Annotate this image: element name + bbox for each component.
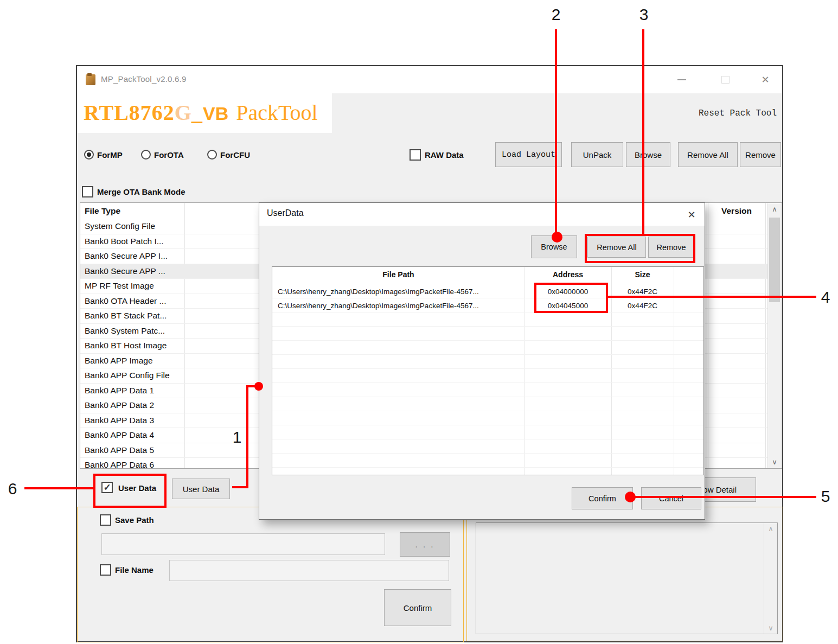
- browse-button[interactable]: Browse: [626, 142, 670, 167]
- file-path-cell: C:\Users\henry_zhang\Desktop\Images\ImgP…: [278, 298, 521, 313]
- product-logo: RTL8762G_VBPackTool: [84, 100, 318, 125]
- callout-1-line: [246, 385, 248, 488]
- radio-forcfu-label: ForCFU: [220, 150, 250, 160]
- file-name-label: File Name: [115, 565, 153, 575]
- scroll-down-icon[interactable]: ∨: [768, 458, 781, 466]
- callout-4-line: [608, 296, 816, 298]
- file-path-cell: C:\Users\henry_zhang\Desktop\Images\ImgP…: [278, 284, 521, 298]
- file-name-checkbox[interactable]: [100, 564, 111, 576]
- user-data-button[interactable]: User Data: [172, 479, 230, 499]
- remove-button[interactable]: Remove: [740, 142, 781, 167]
- dialog-header-address: Address: [524, 270, 611, 279]
- save-path-label: Save Path: [115, 515, 154, 525]
- merge-ota-checkbox[interactable]: [82, 186, 93, 197]
- minimize-button[interactable]: [673, 72, 691, 88]
- dialog-close-button[interactable]: ✕: [682, 207, 701, 222]
- callout-2-dot: [552, 232, 562, 243]
- scroll-up-icon[interactable]: ∧: [764, 525, 777, 533]
- close-icon: ✕: [761, 75, 769, 85]
- app-icon: [86, 74, 95, 85]
- save-path-input[interactable]: [101, 533, 385, 555]
- page: MP_PackTool_v2.0.6.9 ✕ RTL8762G_VBPackTo…: [0, 0, 838, 644]
- callout-2-line: [555, 29, 557, 237]
- size-cell: 0x44F2C: [611, 298, 674, 313]
- logo-band: RTL8762G_VBPackTool: [77, 92, 332, 133]
- callout-1-label: 1: [228, 428, 246, 447]
- radio-forcfu[interactable]: [207, 150, 217, 160]
- file-type-header: File Type: [85, 206, 120, 216]
- merge-ota-label: Merge OTA Bank Mode: [97, 187, 185, 196]
- callout-1-dot: [254, 382, 263, 391]
- callout-4-label: 4: [816, 288, 835, 307]
- radio-formp[interactable]: [84, 150, 94, 160]
- callout-5-line: [629, 496, 816, 498]
- callout-3-label: 3: [635, 5, 653, 24]
- maximize-icon: [721, 76, 730, 84]
- remove-all-button[interactable]: Remove All: [678, 142, 738, 167]
- unpack-button[interactable]: UnPack: [571, 142, 623, 167]
- detail-textarea[interactable]: ∧ ∨: [476, 522, 778, 634]
- callout-5-label: 5: [816, 487, 835, 506]
- maximize-button[interactable]: [716, 72, 734, 88]
- scroll-down-icon[interactable]: ∨: [764, 624, 777, 632]
- raw-data-checkbox[interactable]: [410, 149, 421, 161]
- save-path-checkbox[interactable]: [100, 514, 111, 526]
- radio-forota[interactable]: [141, 150, 151, 160]
- callout-3-line: [642, 29, 644, 234]
- dialog-header-size: Size: [611, 270, 674, 279]
- detail-scrollbar[interactable]: ∧ ∨: [764, 523, 777, 634]
- browse-path-button[interactable]: . . .: [400, 532, 450, 557]
- radio-forota-label: ForOTA: [154, 150, 184, 160]
- callout-4-rect: [534, 283, 608, 313]
- raw-data-label: RAW Data: [425, 150, 464, 160]
- callout-2-label: 2: [547, 5, 565, 24]
- close-icon: ✕: [687, 209, 695, 221]
- callout-6-rect: [93, 474, 167, 508]
- window-title: MP_PackTool_v2.0.6.9: [101, 74, 186, 84]
- dialog-title-bar: UserData ✕: [259, 203, 705, 226]
- dialog-table-gridlines: [272, 284, 703, 475]
- dialog-table-row[interactable]: C:\Users\henry_zhang\Desktop\Images\ImgP…: [272, 298, 703, 313]
- dialog-cancel-button[interactable]: Cancel: [641, 487, 701, 509]
- scroll-up-icon[interactable]: ∧: [768, 205, 781, 213]
- callout-3-rect: [585, 234, 695, 263]
- dialog-header-file-path: File Path: [272, 270, 524, 279]
- reset-pack-tool-link[interactable]: Reset Pack Tool: [690, 109, 777, 118]
- scrollbar-thumb[interactable]: [769, 218, 780, 302]
- callout-6-label: 6: [3, 480, 22, 498]
- version-header: Version: [708, 206, 765, 216]
- minimize-icon: [677, 79, 686, 80]
- radio-formp-label: ForMP: [97, 150, 123, 160]
- load-layout-button[interactable]: Load Layout: [495, 142, 562, 167]
- dialog-confirm-button[interactable]: Confirm: [572, 487, 633, 509]
- title-bar: MP_PackTool_v2.0.6.9 ✕: [77, 66, 782, 93]
- confirm-button[interactable]: Confirm: [384, 589, 451, 626]
- close-button[interactable]: ✕: [756, 72, 775, 88]
- callout-6-line: [24, 487, 93, 489]
- dialog-title: UserData: [267, 208, 304, 218]
- table-scrollbar[interactable]: ∧ ∨: [767, 203, 781, 468]
- file-name-input[interactable]: [169, 560, 449, 581]
